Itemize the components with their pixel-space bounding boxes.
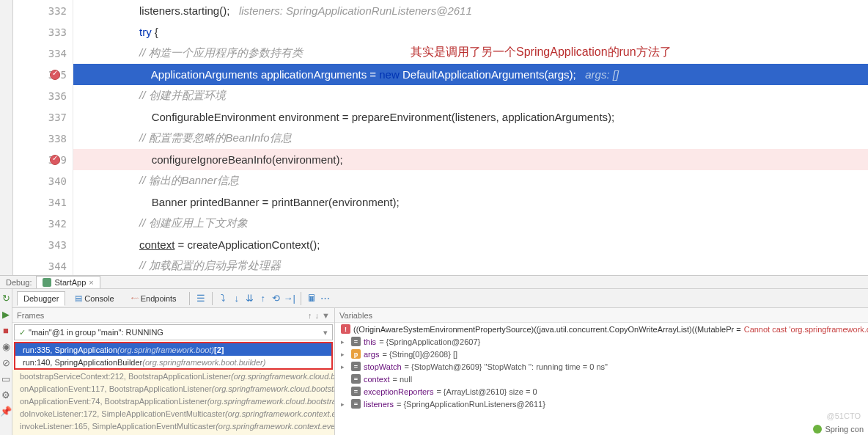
editor-code[interactable]: 其实是调用了另一个SpringApplication的run方法了 listen… [73, 0, 868, 275]
var-type-icon: = [351, 387, 361, 396]
frames-header: Frames ↑ ↓ ▼ [12, 308, 334, 323]
debug-toolbar: Debugger ▤Console ⬳Endpoints ☰ ⤵ ↓ ⇊ ↑ ⟲… [12, 289, 868, 308]
line-number[interactable]: 337 [0, 106, 73, 128]
code-line[interactable]: ApplicationArguments applicationArgument… [73, 64, 868, 85]
tab-endpoints[interactable]: ⬳Endpoints [124, 291, 183, 306]
expand-icon[interactable]: ▸ [341, 401, 348, 408]
code-line[interactable]: Banner printedBanner = printBanner(envir… [73, 191, 868, 213]
breakpoint-icon[interactable] [50, 70, 60, 80]
debug-title: Debug: [6, 278, 32, 287]
debug-panes: Frames ↑ ↓ ▼ ✓ "main"@1 in group "main":… [12, 308, 868, 435]
var-type-icon: = [351, 399, 361, 409]
code-line[interactable]: try { [73, 21, 868, 43]
settings-icon[interactable]: ⚙ [0, 389, 12, 401]
var-type-icon: ! [341, 324, 350, 334]
stack-frame[interactable]: doInvokeListener:172, SimpleApplicationE… [12, 407, 334, 420]
variable-row[interactable]: =exceptionReporters = {ArrayList@2610} s… [335, 385, 868, 398]
code-line[interactable]: ConfigurableEnvironment environment = pr… [73, 106, 868, 128]
var-type-icon: = [351, 374, 361, 384]
variables-pane: Variables !((OriginAwareSystemEnvironmen… [335, 308, 868, 435]
resume-icon[interactable]: ▶ [0, 308, 12, 320]
variable-row[interactable]: =context = null [335, 373, 868, 385]
filter-icon[interactable]: ▼ [322, 311, 330, 320]
line-number[interactable]: 342 [0, 213, 73, 234]
stack-frame[interactable]: onApplicationEvent:117, BootstrapApplica… [12, 382, 334, 395]
line-number[interactable]: 341 [0, 191, 73, 213]
run-to-cursor-icon[interactable]: →| [284, 293, 295, 304]
check-icon: ✓ [19, 328, 26, 337]
variable-row[interactable]: ▸=this = {SpringApplication@2607} [335, 335, 868, 348]
step-out-icon[interactable]: ↑ [258, 293, 268, 304]
close-icon[interactable]: × [89, 278, 93, 287]
tab-console[interactable]: ▤Console [68, 290, 120, 306]
stack-frame[interactable]: run:140, SpringApplicationBuilder (org.s… [15, 356, 331, 368]
threads-icon[interactable]: ☰ [196, 293, 206, 304]
breakpoint-icon[interactable] [50, 155, 60, 165]
rerun-icon[interactable]: ↻ [0, 292, 12, 304]
stack-frame[interactable]: onApplicationEvent:74, BootstrapApplicat… [12, 395, 334, 407]
stack-frame[interactable]: run:335, SpringApplication (org.springfr… [15, 343, 331, 356]
force-step-into-icon[interactable]: ⇊ [245, 293, 255, 304]
thread-label: "main"@1 in group "main": RUNNING [29, 328, 163, 337]
variable-row[interactable]: ▸=listeners = {SpringApplicationRunListe… [335, 398, 868, 410]
line-number[interactable]: 340 [0, 170, 73, 191]
line-number[interactable]: 336 [0, 85, 73, 106]
line-number[interactable]: 343 [0, 234, 73, 255]
variable-row[interactable]: ▸=stopWatch = {StopWatch@2609} "StopWatc… [335, 360, 868, 373]
code-line[interactable]: context = createApplicationContext(); [73, 234, 868, 255]
drop-frame-icon[interactable]: ⟲ [271, 293, 282, 304]
debug-header: Debug: StartApp × [0, 276, 868, 289]
debug-panel: Debug: StartApp × ↻ ▶ ■ ◉ ⊘ ▭ ⚙ 📌 Debugg… [0, 275, 868, 435]
var-type-icon: = [351, 362, 361, 371]
expand-icon[interactable]: ▸ [341, 338, 348, 346]
highlight-box: run:335, SpringApplication (org.springfr… [14, 342, 333, 370]
line-number[interactable]: 344 [0, 255, 73, 275]
vars-header: Variables [335, 308, 868, 323]
step-into-icon[interactable]: ↓ [232, 293, 242, 304]
stop-icon[interactable]: ■ [0, 324, 12, 336]
debug-body: ↻ ▶ ■ ◉ ⊘ ▭ ⚙ 📌 Debugger ▤Console ⬳Endpo… [0, 289, 868, 435]
frames-pane: Frames ↑ ↓ ▼ ✓ "main"@1 in group "main":… [12, 308, 335, 435]
code-line[interactable]: // 配置需要忽略的BeanInfo信息 [73, 128, 868, 149]
annotation-text: 其实是调用了另一个SpringApplication的run方法了 [411, 45, 672, 60]
line-number[interactable]: 334 [0, 43, 73, 64]
stack-frame[interactable]: multicastEvent:139, SimpleApplicationEve… [12, 432, 334, 435]
code-line[interactable]: // 加载配置的启动异常处理器 [73, 255, 868, 275]
debug-config-tab[interactable]: StartApp × [36, 276, 100, 288]
variable-row[interactable]: !((OriginAwareSystemEnvironmentPropertyS… [335, 323, 868, 335]
status-bar: Spring con [813, 425, 864, 434]
line-number[interactable]: 332 [0, 0, 73, 21]
expand-icon[interactable]: ▸ [341, 351, 348, 358]
line-number[interactable]: 339 [0, 149, 73, 170]
bug-icon [43, 278, 51, 287]
thread-selector[interactable]: ✓ "main"@1 in group "main": RUNNING ▾ [14, 324, 333, 340]
code-line[interactable]: configureIgnoreBeanInfo(environment); [73, 149, 868, 170]
layout-icon[interactable]: ▭ [0, 373, 12, 384]
expand-icon[interactable]: ▸ [341, 363, 348, 370]
variable-row[interactable]: ▸pargs = {String[0]@2608} [] [335, 348, 868, 360]
step-over-icon[interactable]: ⤵ [218, 293, 229, 304]
next-frame-icon[interactable]: ↓ [315, 311, 320, 320]
prev-frame-icon[interactable]: ↑ [308, 311, 312, 320]
var-type-icon: p [351, 349, 361, 359]
code-line[interactable]: listeners.starting(); listeners: SpringA… [73, 0, 868, 21]
editor-gutter[interactable]: 332333334335336337338339340341342343344 [0, 0, 73, 275]
mute-icon[interactable]: ⊘ [0, 357, 12, 368]
view-breakpoints-icon[interactable]: ◉ [0, 340, 12, 352]
code-line[interactable]: // 创建应用上下文对象 [73, 213, 868, 234]
line-number[interactable]: 338 [0, 128, 73, 149]
stack-frame[interactable]: bootstrapServiceContext:212, BootstrapAp… [12, 370, 334, 382]
tab-debugger[interactable]: Debugger [17, 291, 65, 306]
code-line[interactable]: // 输出的Banner信息 [73, 170, 868, 191]
trace-icon[interactable]: ⋯ [320, 293, 331, 304]
line-number[interactable]: 335 [0, 64, 73, 85]
debug-center: Debugger ▤Console ⬳Endpoints ☰ ⤵ ↓ ⇊ ↑ ⟲… [12, 289, 868, 435]
stack-frame[interactable]: invokeListener:165, SimpleApplicationEve… [12, 420, 334, 432]
evaluate-icon[interactable]: 🖩 [307, 293, 317, 304]
spring-icon [813, 425, 822, 434]
line-number[interactable]: 333 [0, 21, 73, 43]
status-text: Spring con [825, 425, 864, 434]
code-line[interactable]: // 创建并配置环境 [73, 85, 868, 106]
pin-icon[interactable]: 📌 [0, 405, 12, 417]
debug-tab-label: StartApp [54, 278, 86, 287]
